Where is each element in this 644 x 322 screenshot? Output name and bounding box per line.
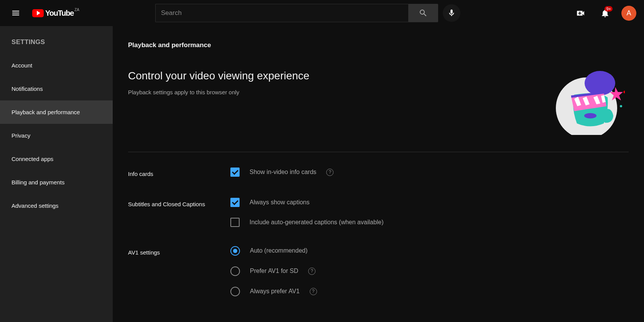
voice-search-button[interactable] bbox=[443, 4, 460, 22]
av1-auto-text: Auto (recommended) bbox=[250, 247, 307, 254]
help-icon[interactable]: ? bbox=[310, 288, 317, 295]
sidebar-title: SETTINGS bbox=[0, 34, 113, 54]
main-content: Playback and performance Control your vi… bbox=[113, 26, 644, 322]
hero-section: Control your video viewing experience Pl… bbox=[128, 70, 629, 135]
notifications-button[interactable]: 9+ bbox=[597, 5, 613, 21]
search-bar bbox=[155, 4, 460, 22]
create-button[interactable] bbox=[572, 5, 588, 21]
sidebar-item-notifications[interactable]: Notifications bbox=[0, 77, 113, 100]
header-actions: 9+ A bbox=[572, 5, 636, 21]
svg-point-3 bbox=[584, 113, 596, 118]
svg-point-4 bbox=[620, 105, 622, 107]
svg-point-1 bbox=[585, 71, 615, 95]
search-button[interactable] bbox=[408, 4, 438, 22]
hero-heading: Control your video viewing experience bbox=[128, 70, 309, 82]
microphone-icon bbox=[447, 9, 456, 17]
show-info-cards-checkbox[interactable] bbox=[230, 168, 240, 177]
always-show-captions-checkbox[interactable] bbox=[230, 198, 240, 207]
av1-sd-text: Prefer AV1 for SD bbox=[250, 268, 298, 274]
search-input[interactable] bbox=[155, 4, 408, 22]
always-show-captions-text: Always show captions bbox=[250, 199, 310, 206]
hero-sub: Playback settings apply to this browser … bbox=[128, 89, 309, 95]
sidebar-item-account[interactable]: Account bbox=[0, 54, 113, 77]
show-info-cards-text: Show in-video info cards bbox=[250, 169, 316, 176]
menu-icon bbox=[11, 8, 20, 18]
info-cards-label: Info cards bbox=[128, 168, 230, 179]
settings-sidebar: SETTINGS Account Notifications Playback … bbox=[0, 26, 113, 322]
hero-illustration bbox=[544, 70, 625, 135]
youtube-logo[interactable]: YouTube ZA bbox=[32, 9, 79, 18]
info-cards-section: Info cards Show in-video info cards ? bbox=[128, 168, 629, 179]
country-code: ZA bbox=[74, 8, 79, 12]
app-header: YouTube ZA 9+ A bbox=[0, 0, 644, 26]
sidebar-item-advanced[interactable]: Advanced settings bbox=[0, 194, 113, 217]
page-title: Playback and performance bbox=[128, 41, 629, 49]
av1-section: AV1 settings Auto (recommended) Prefer A… bbox=[128, 246, 629, 296]
help-icon[interactable]: ? bbox=[308, 268, 315, 275]
captions-section: Subtitles and Closed Captions Always sho… bbox=[128, 198, 629, 227]
hamburger-menu-button[interactable] bbox=[8, 5, 24, 21]
search-icon bbox=[419, 8, 428, 18]
auto-captions-checkbox[interactable] bbox=[230, 218, 240, 227]
divider bbox=[128, 152, 629, 152]
av1-always-radio[interactable] bbox=[230, 287, 240, 296]
svg-point-5 bbox=[624, 91, 625, 94]
captions-label: Subtitles and Closed Captions bbox=[128, 198, 230, 209]
notification-badge: 9+ bbox=[605, 6, 613, 12]
logo-text: YouTube bbox=[45, 9, 74, 18]
auto-captions-text: Include auto-generated captions (when av… bbox=[250, 219, 384, 226]
sidebar-item-connected-apps[interactable]: Connected apps bbox=[0, 147, 113, 171]
av1-sd-radio[interactable] bbox=[230, 266, 240, 276]
av1-auto-radio[interactable] bbox=[230, 246, 240, 256]
youtube-play-icon bbox=[32, 9, 44, 17]
help-icon[interactable]: ? bbox=[326, 169, 334, 176]
sidebar-item-billing[interactable]: Billing and payments bbox=[0, 171, 113, 194]
av1-always-text: Always prefer AV1 bbox=[250, 288, 300, 295]
create-icon bbox=[576, 8, 585, 18]
sidebar-item-privacy[interactable]: Privacy bbox=[0, 124, 113, 147]
sidebar-item-playback[interactable]: Playback and performance bbox=[0, 100, 113, 124]
av1-label: AV1 settings bbox=[128, 246, 230, 257]
avatar[interactable]: A bbox=[621, 6, 636, 21]
